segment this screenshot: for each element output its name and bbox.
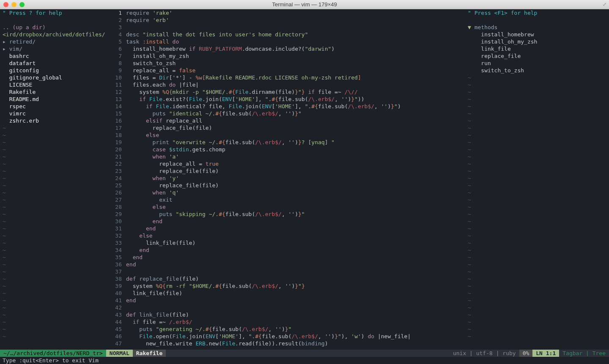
code-line[interactable]: 38def replace_file(file) (105, 275, 465, 282)
empty-line-tilde: ~ (0, 218, 105, 225)
nerdtree-updir[interactable]: .. (up a dir) (0, 24, 105, 31)
empty-line-tilde: ~ (465, 103, 609, 110)
empty-line-tilde: ~ (0, 239, 105, 246)
tagbar-method[interactable]: run (465, 60, 609, 67)
tagbar-method[interactable]: install_oh_my_zsh (465, 38, 609, 45)
zoom-button[interactable] (19, 2, 25, 7)
code-line[interactable]: 12 system %Q{mkdir -p "$HOME/.#{File.dir… (105, 88, 465, 96)
nerdtree-item[interactable]: ▸ vim/ (0, 45, 105, 52)
empty-line-tilde: ~ (0, 189, 105, 196)
code-line[interactable]: 11 files.each do |file| (105, 81, 465, 88)
nerdtree-item[interactable]: vimrc (0, 110, 105, 117)
code-line[interactable]: 30 end (105, 218, 465, 225)
status-fileinfo: unix | utf-8 | ruby (450, 350, 519, 357)
code-line[interactable]: 9 replace_all = false (105, 67, 465, 74)
code-line[interactable]: 41end (105, 297, 465, 304)
code-line[interactable]: 33 link_file(file) (105, 239, 465, 246)
command-line[interactable]: Type :quit<Enter> to exit Vim (0, 357, 609, 364)
code-line[interactable]: 29 puts "skipping ~/.#{file.sub(/\.erb$/… (105, 211, 465, 218)
minimize-button[interactable] (11, 2, 16, 7)
tagbar-method[interactable]: link_file (465, 45, 609, 52)
code-line[interactable]: 16 elsif replace_all (105, 117, 465, 124)
code-line[interactable]: 7 install_oh_my_zsh (105, 52, 465, 60)
code-line[interactable]: 24 when 'y' (105, 175, 465, 182)
empty-line-tilde: ~ (465, 139, 609, 146)
editor-pane[interactable]: 1require 'rake'2require 'erb'34desc "ins… (105, 9, 465, 350)
nerdtree-item[interactable]: Rakefile (0, 88, 105, 96)
empty-line-tilde: ~ (465, 218, 609, 225)
code-line[interactable]: 20 case $stdin.gets.chomp (105, 146, 465, 153)
code-line[interactable]: 34 end (105, 246, 465, 254)
empty-line-tilde: ~ (0, 203, 105, 211)
code-line[interactable]: 21 when 'a' (105, 153, 465, 160)
code-line[interactable]: 5task :install do (105, 38, 465, 45)
code-line[interactable]: 3 (105, 24, 465, 31)
nerdtree-item[interactable]: zshrc.erb (0, 117, 105, 124)
tagbar-pane[interactable]: " Press <F1> for help ▼ methods install_… (465, 9, 609, 350)
tagbar-method[interactable]: switch_to_zsh (465, 67, 609, 74)
code-line[interactable]: 39 system %Q{rm -rf "$HOME/.#{file.sub(/… (105, 282, 465, 290)
nerdtree-item[interactable]: README.md (0, 96, 105, 103)
nerdtree-item[interactable]: bashrc (0, 52, 105, 60)
titlebar[interactable]: Terminal — vim — 179×49 ⤢ (0, 0, 609, 9)
empty-line-tilde: ~ (465, 304, 609, 311)
tagbar-section[interactable]: ▼ methods (465, 24, 609, 31)
empty-line-tilde: ~ (0, 225, 105, 232)
nerdtree-item[interactable]: ▸ retired/ (0, 38, 105, 45)
code-line[interactable]: 1require 'rake' (105, 9, 465, 16)
empty-line-tilde: ~ (0, 131, 105, 139)
code-line[interactable]: 18 else (105, 131, 465, 139)
code-line[interactable]: 36end (105, 261, 465, 268)
empty-line-tilde: ~ (0, 146, 105, 153)
close-button[interactable] (3, 2, 8, 7)
code-line[interactable]: 40 link_file(file) (105, 290, 465, 297)
empty-line-tilde: ~ (0, 139, 105, 146)
maximize-icon[interactable]: ⤢ (603, 2, 606, 7)
code-line[interactable]: 42 (105, 304, 465, 311)
tagbar-method[interactable]: install_homebrew (465, 31, 609, 38)
code-line[interactable]: 27 exit (105, 196, 465, 203)
code-line[interactable]: 32 else (105, 232, 465, 239)
code-line[interactable]: 13 if File.exist?(File.join(ENV['HOME'],… (105, 96, 465, 103)
code-line[interactable]: 2require 'erb' (105, 16, 465, 24)
empty-line-tilde: ~ (465, 275, 609, 282)
code-line[interactable]: 14 if File.identical? file, File.join(EN… (105, 103, 465, 110)
code-line[interactable]: 43def link_file(file) (105, 311, 465, 318)
nerdtree-item[interactable]: LICENSE (0, 81, 105, 88)
nerdtree-blank (0, 16, 105, 24)
code-line[interactable]: 25 replace_file(file) (105, 182, 465, 189)
code-line[interactable]: 22 replace_all = true (105, 160, 465, 167)
code-line[interactable]: 47 new_file.write ERB.new(File.read(file… (105, 340, 465, 347)
code-line[interactable]: 45 puts "generating ~/.#{file.sub(/\.erb… (105, 326, 465, 333)
empty-line-tilde: ~ (0, 196, 105, 203)
code-line[interactable]: 10 files = Dir['*'] - %w[Rakefile README… (105, 74, 465, 81)
code-line[interactable]: 31 end (105, 225, 465, 232)
empty-line-tilde: ~ (465, 211, 609, 218)
nerdtree-pane[interactable]: " Press ? for help .. (up a dir) <ird/dr… (0, 9, 105, 350)
code-line[interactable]: 46 File.open(File.join(ENV['HOME'], ".#{… (105, 333, 465, 340)
code-line[interactable]: 35 end (105, 254, 465, 261)
empty-line-tilde: ~ (465, 311, 609, 318)
code-line[interactable]: 23 replace_file(file) (105, 167, 465, 175)
code-line[interactable]: 19 print "overwrite ~/.#{file.sub(/\.erb… (105, 139, 465, 146)
nerdtree-help: " Press ? for help (0, 9, 105, 16)
nerdtree-item[interactable]: gitconfig (0, 67, 105, 74)
code-line[interactable]: 4desc "install the dot files into user's… (105, 31, 465, 38)
code-line[interactable]: 28 else (105, 203, 465, 211)
code-line[interactable]: 6 install_homebrew if RUBY_PLATFORM.down… (105, 45, 465, 52)
code-line[interactable]: 44 if file =~ /.erb$/ (105, 318, 465, 326)
code-line[interactable]: 26 when 'q' (105, 189, 465, 196)
code-line[interactable]: 15 puts "identical ~/.#{file.sub(/\.erb$… (105, 110, 465, 117)
statusline: ~/…/archived/dotfiles/NERD_tr> NORMAL Ra… (0, 350, 609, 357)
tagbar-method[interactable]: replace_file (465, 52, 609, 60)
status-file: Rakefile (133, 350, 166, 357)
code-line[interactable]: 17 replace_file(file) (105, 124, 465, 131)
empty-line-tilde: ~ (0, 211, 105, 218)
code-line[interactable]: 8 switch_to_zsh (105, 60, 465, 67)
code-line[interactable]: 37 (105, 268, 465, 275)
nerdtree-item[interactable]: gitignore_global (0, 74, 105, 81)
status-mode: NORMAL (106, 350, 133, 357)
nerdtree-item[interactable]: rspec (0, 103, 105, 110)
nerdtree-item[interactable]: datafart (0, 60, 105, 67)
empty-line-tilde: ~ (0, 311, 105, 318)
